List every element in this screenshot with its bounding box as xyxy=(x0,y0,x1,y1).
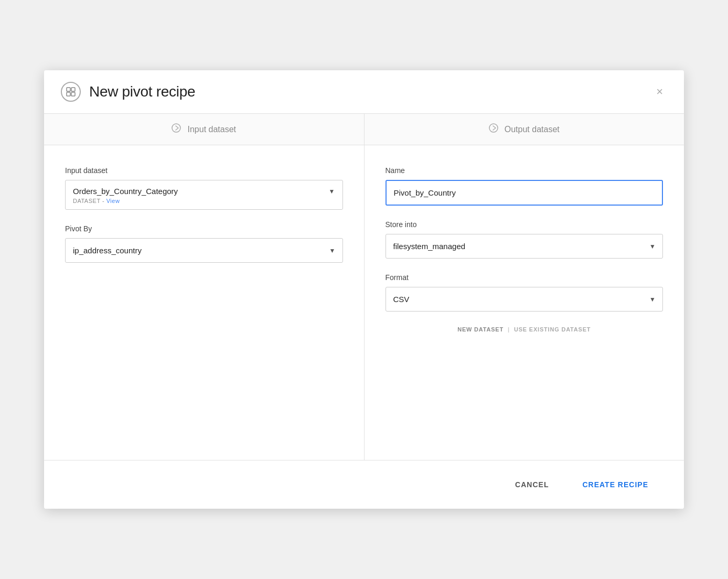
store-into-select-wrapper: filesystem_managed ▼ xyxy=(386,234,663,259)
store-into-select[interactable]: filesystem_managed xyxy=(386,234,663,259)
svg-rect-2 xyxy=(67,92,70,96)
svg-rect-0 xyxy=(67,88,70,91)
dialog-tabs: Input dataset Output dataset xyxy=(44,114,684,145)
tab-output-dataset[interactable]: Output dataset xyxy=(365,114,684,145)
name-input[interactable] xyxy=(386,180,663,206)
output-dataset-tab-label: Output dataset xyxy=(505,125,560,134)
format-select[interactable]: CSV xyxy=(386,287,663,312)
pivot-by-select-wrapper: ip_address_country ▼ xyxy=(65,238,343,263)
create-recipe-button[interactable]: CREATE RECIPE xyxy=(565,473,665,496)
header-left: New pivot recipe xyxy=(61,82,195,102)
input-dataset-field-label: Input dataset xyxy=(65,166,343,175)
dialog-title: New pivot recipe xyxy=(89,83,195,100)
svg-point-4 xyxy=(172,124,180,132)
dataset-view-link[interactable]: View xyxy=(106,198,120,204)
input-dataset-select-wrapper[interactable]: Orders_by_Country_Category ▼ DATASET - V… xyxy=(65,180,343,210)
cancel-button[interactable]: CANCEL xyxy=(498,473,565,496)
input-dataset-tab-label: Input dataset xyxy=(187,125,236,134)
format-select-wrapper: CSV ▼ xyxy=(386,287,663,312)
pivot-by-select[interactable]: ip_address_country xyxy=(65,238,343,263)
dialog-body: Input dataset Orders_by_Country_Category… xyxy=(44,145,684,460)
existing-dataset-mode[interactable]: USE EXISTING DATASET xyxy=(514,326,591,333)
name-label: Name xyxy=(386,166,663,175)
input-panel: Input dataset Orders_by_Country_Category… xyxy=(44,145,365,460)
recipe-icon xyxy=(61,82,81,102)
mode-separator: | xyxy=(508,326,510,333)
input-dataset-value: Orders_by_Country_Category ▼ xyxy=(66,180,342,198)
output-dataset-tab-icon xyxy=(489,123,499,135)
output-panel: Name Store into filesystem_managed ▼ For… xyxy=(365,145,684,460)
dialog-header: New pivot recipe × xyxy=(44,70,684,114)
pivot-by-label: Pivot By xyxy=(65,224,343,233)
svg-point-5 xyxy=(489,124,498,132)
input-dataset-sub: DATASET - View xyxy=(66,198,342,209)
store-into-label: Store into xyxy=(386,220,663,229)
new-dataset-mode[interactable]: NEW DATASET xyxy=(457,326,504,333)
close-button[interactable]: × xyxy=(652,84,667,100)
svg-rect-1 xyxy=(71,88,75,91)
input-dataset-tab-icon xyxy=(172,123,182,135)
new-pivot-recipe-dialog: New pivot recipe × Input dataset Output … xyxy=(44,70,684,509)
tab-input-dataset[interactable]: Input dataset xyxy=(44,114,365,145)
format-label: Format xyxy=(386,273,663,282)
svg-rect-3 xyxy=(71,92,75,96)
dialog-footer: CANCEL CREATE RECIPE xyxy=(44,460,684,509)
dataset-mode-toggle: NEW DATASET | USE EXISTING DATASET xyxy=(386,326,663,333)
input-dataset-arrow-icon: ▼ xyxy=(329,188,335,195)
